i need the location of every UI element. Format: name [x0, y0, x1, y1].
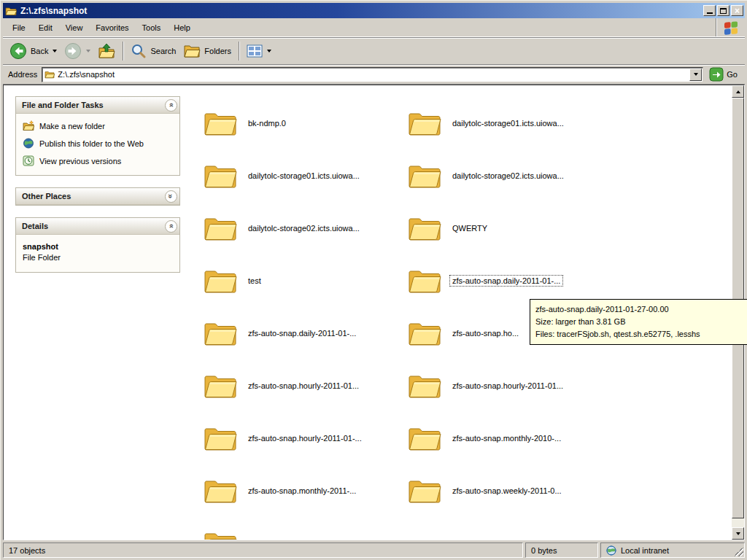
folder-icon — [408, 424, 441, 452]
file-item[interactable]: bk-ndmp.0 — [204, 97, 408, 149]
search-label: Search — [150, 47, 176, 55]
address-folder-icon — [44, 70, 55, 79]
folders-button[interactable]: Folders — [179, 39, 235, 63]
folder-icon — [408, 477, 441, 505]
other-places-header[interactable]: Other Places » — [16, 188, 179, 205]
back-label: Back — [31, 47, 48, 55]
task-label[interactable]: Make a new folder — [39, 121, 105, 131]
menu-bar: File Edit View Favorites Tools Help — [3, 18, 745, 37]
title-bar: Z:\.zfs\snapshot × — [3, 3, 745, 18]
file-item[interactable]: zfs-auto-snap.monthly-2010-... — [408, 412, 634, 464]
folder-window-icon — [5, 6, 17, 16]
folder-icon — [204, 529, 237, 540]
address-input[interactable]: Z:\.zfs\snapshot — [58, 70, 686, 79]
tooltip-line-name: zfs-auto-snap.daily-2011-01-27-00.00 — [535, 303, 747, 316]
forward-dropdown-icon[interactable] — [86, 50, 90, 52]
tooltip-line-files: Files: tracerFSjob.sh, qtest.sh.e52775, … — [535, 328, 747, 341]
close-button[interactable]: × — [731, 5, 743, 16]
maximize-button[interactable] — [717, 5, 729, 16]
expand-chevron-icon[interactable]: » — [165, 190, 177, 203]
minimize-button[interactable] — [703, 5, 716, 16]
address-label: Address — [6, 70, 37, 79]
other-places-title: Other Places — [22, 192, 71, 201]
sidebar: File and Folder Tasks » Make a new folde… — [4, 85, 187, 540]
folder-icon — [204, 319, 237, 347]
file-item[interactable]: dailytolc-storage02.icts.uiowa... — [408, 149, 634, 202]
panel-details: Details » snapshot File Folder — [15, 217, 180, 273]
task-label[interactable]: View previous versions — [39, 156, 121, 166]
tooltip-line-size: Size: larger than 3.81 GB — [535, 316, 747, 328]
address-combo[interactable]: Z:\.zfs\snapshot — [42, 67, 703, 82]
menu-favorites[interactable]: Favorites — [89, 20, 135, 35]
file-label: zfs-auto-snap.daily-2011-01-... — [449, 275, 563, 287]
explorer-window: Z:\.zfs\snapshot × File Edit View Favori… — [0, 0, 747, 560]
file-label: zfs-auto-snap.monthly-2011-... — [245, 485, 359, 497]
status-zone: Local intranet — [600, 542, 745, 558]
scroll-up-button[interactable] — [732, 85, 744, 98]
file-item[interactable] — [204, 517, 408, 540]
file-label: test — [245, 275, 264, 287]
address-dropdown-button[interactable] — [689, 69, 702, 81]
back-button[interactable]: Back — [6, 39, 61, 63]
file-item[interactable]: QWERTY — [408, 202, 634, 254]
menu-view[interactable]: View — [59, 20, 90, 35]
folder-icon — [408, 162, 441, 190]
file-item[interactable]: test — [204, 254, 408, 307]
file-label: zfs-auto-snap.hourly-2011-01-... — [245, 432, 365, 444]
file-item[interactable]: dailytolc-storage01.icts.uiowa... — [408, 97, 634, 149]
folder-tooltip: zfs-auto-snap.daily-2011-01-27-00.00 Siz… — [530, 299, 747, 345]
file-item[interactable]: zfs-auto-snap.weekly-2011-0... — [408, 464, 634, 517]
go-button[interactable]: Go — [708, 66, 742, 83]
task-view-previous-versions[interactable]: View previous versions — [23, 156, 174, 166]
status-object-count: 17 objects — [3, 542, 523, 558]
menu-help[interactable]: Help — [167, 20, 197, 35]
folder-icon — [204, 424, 237, 452]
file-item[interactable]: zfs-auto-snap.hourly-2011-01-... — [204, 412, 408, 464]
folder-icon — [204, 372, 237, 400]
folder-icon — [408, 109, 441, 137]
object-count-text: 17 objects — [9, 546, 45, 555]
details-folder-type: File Folder — [23, 253, 174, 262]
back-dropdown-icon[interactable] — [53, 50, 57, 52]
file-item[interactable]: zfs-auto-snap.monthly-2011-... — [204, 464, 408, 517]
scroll-down-button[interactable] — [732, 527, 744, 540]
folder-icon — [408, 372, 441, 400]
views-dropdown-icon[interactable] — [267, 50, 271, 52]
menu-tools[interactable]: Tools — [136, 20, 168, 35]
task-label[interactable]: Publish this folder to the Web — [39, 139, 144, 149]
back-icon — [9, 42, 27, 60]
details-header[interactable]: Details » — [16, 218, 179, 235]
file-tasks-title: File and Folder Tasks — [22, 101, 104, 109]
details-title: Details — [22, 222, 48, 230]
collapse-chevron-icon[interactable]: » — [165, 220, 177, 233]
zone-text: Local intranet — [621, 546, 669, 555]
collapse-chevron-icon[interactable]: » — [165, 99, 177, 112]
file-item[interactable]: zfs-auto-snap.daily-2011-01-... — [204, 307, 408, 359]
new-folder-icon — [23, 120, 34, 131]
resize-grip[interactable] — [734, 547, 743, 556]
forward-button[interactable] — [61, 39, 94, 63]
file-item[interactable]: zfs-auto-snap.hourly-2011-01... — [204, 359, 408, 412]
file-item[interactable]: dailytolc-storage02.icts.uiowa... — [204, 202, 408, 254]
file-tasks-header[interactable]: File and Folder Tasks » — [16, 97, 179, 114]
task-publish-to-web[interactable]: Publish this folder to the Web — [23, 139, 174, 149]
file-item[interactable]: zfs-auto-snap.hourly-2011-01... — [408, 359, 634, 412]
up-button[interactable] — [94, 39, 119, 63]
search-button[interactable]: Search — [127, 39, 179, 63]
file-label: zfs-auto-snap.ho... — [449, 327, 522, 339]
folder-icon — [408, 214, 441, 242]
folder-icon — [204, 477, 237, 505]
menu-file[interactable]: File — [6, 20, 32, 35]
up-folder-icon — [98, 43, 115, 59]
file-item[interactable]: dailytolc-storage01.icts.uiowa... — [204, 149, 408, 202]
menu-edit[interactable]: Edit — [32, 20, 59, 35]
status-size: 0 bytes — [525, 542, 598, 558]
views-button[interactable] — [243, 39, 275, 63]
folder-icon — [204, 267, 237, 295]
file-label: dailytolc-storage01.icts.uiowa... — [245, 170, 363, 182]
file-label: bk-ndmp.0 — [245, 117, 289, 129]
search-icon — [131, 43, 147, 59]
task-make-new-folder[interactable]: Make a new folder — [23, 121, 174, 131]
file-label: zfs-auto-snap.weekly-2011-0... — [449, 485, 565, 497]
publish-web-icon — [23, 138, 34, 149]
